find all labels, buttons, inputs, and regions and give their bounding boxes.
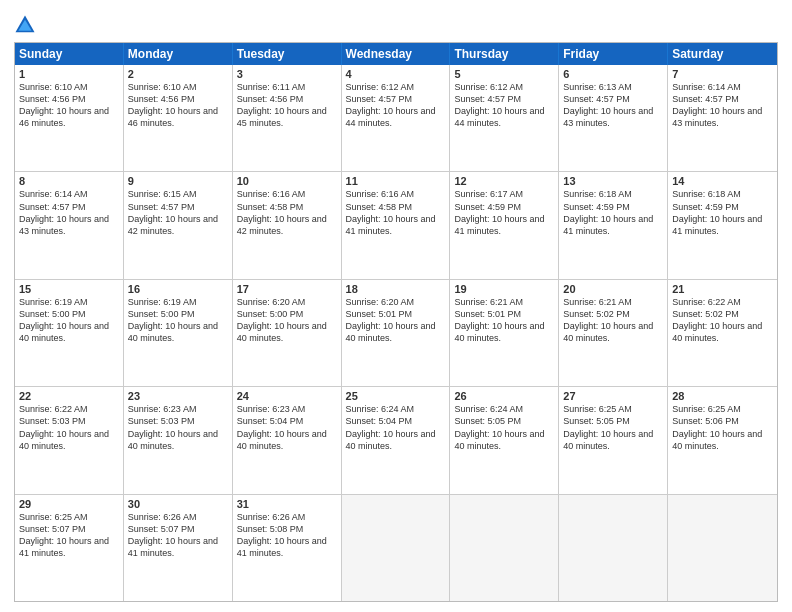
cell-text: Sunrise: 6:10 AM Sunset: 4:56 PM Dayligh… [19,81,119,130]
cal-cell-2-6: 21Sunrise: 6:22 AM Sunset: 5:02 PM Dayli… [668,280,777,386]
cal-cell-4-2: 31Sunrise: 6:26 AM Sunset: 5:08 PM Dayli… [233,495,342,601]
cal-cell-0-4: 5Sunrise: 6:12 AM Sunset: 4:57 PM Daylig… [450,65,559,171]
day-number: 3 [237,68,337,80]
cell-text: Sunrise: 6:13 AM Sunset: 4:57 PM Dayligh… [563,81,663,130]
cal-cell-0-5: 6Sunrise: 6:13 AM Sunset: 4:57 PM Daylig… [559,65,668,171]
cell-text: Sunrise: 6:16 AM Sunset: 4:58 PM Dayligh… [237,188,337,237]
cal-cell-4-4 [450,495,559,601]
calendar-week-3: 22Sunrise: 6:22 AM Sunset: 5:03 PM Dayli… [15,387,777,494]
day-number: 14 [672,175,773,187]
cell-text: Sunrise: 6:18 AM Sunset: 4:59 PM Dayligh… [563,188,663,237]
calendar-week-1: 8Sunrise: 6:14 AM Sunset: 4:57 PM Daylig… [15,172,777,279]
day-number: 21 [672,283,773,295]
day-number: 23 [128,390,228,402]
cell-text: Sunrise: 6:22 AM Sunset: 5:03 PM Dayligh… [19,403,119,452]
day-number: 1 [19,68,119,80]
header [14,10,778,36]
cell-text: Sunrise: 6:25 AM Sunset: 5:06 PM Dayligh… [672,403,773,452]
cal-cell-2-2: 17Sunrise: 6:20 AM Sunset: 5:00 PM Dayli… [233,280,342,386]
logo [14,14,40,36]
header-day-monday: Monday [124,43,233,65]
cal-cell-1-6: 14Sunrise: 6:18 AM Sunset: 4:59 PM Dayli… [668,172,777,278]
cal-cell-0-2: 3Sunrise: 6:11 AM Sunset: 4:56 PM Daylig… [233,65,342,171]
cell-text: Sunrise: 6:11 AM Sunset: 4:56 PM Dayligh… [237,81,337,130]
cal-cell-3-4: 26Sunrise: 6:24 AM Sunset: 5:05 PM Dayli… [450,387,559,493]
cell-text: Sunrise: 6:14 AM Sunset: 4:57 PM Dayligh… [19,188,119,237]
cell-text: Sunrise: 6:26 AM Sunset: 5:07 PM Dayligh… [128,511,228,560]
cal-cell-1-5: 13Sunrise: 6:18 AM Sunset: 4:59 PM Dayli… [559,172,668,278]
day-number: 6 [563,68,663,80]
cell-text: Sunrise: 6:24 AM Sunset: 5:05 PM Dayligh… [454,403,554,452]
cell-text: Sunrise: 6:20 AM Sunset: 5:00 PM Dayligh… [237,296,337,345]
cell-text: Sunrise: 6:19 AM Sunset: 5:00 PM Dayligh… [19,296,119,345]
header-day-thursday: Thursday [450,43,559,65]
cal-cell-0-0: 1Sunrise: 6:10 AM Sunset: 4:56 PM Daylig… [15,65,124,171]
cal-cell-4-0: 29Sunrise: 6:25 AM Sunset: 5:07 PM Dayli… [15,495,124,601]
cell-text: Sunrise: 6:10 AM Sunset: 4:56 PM Dayligh… [128,81,228,130]
cell-text: Sunrise: 6:25 AM Sunset: 5:05 PM Dayligh… [563,403,663,452]
day-number: 31 [237,498,337,510]
cell-text: Sunrise: 6:23 AM Sunset: 5:04 PM Dayligh… [237,403,337,452]
cell-text: Sunrise: 6:24 AM Sunset: 5:04 PM Dayligh… [346,403,446,452]
cell-text: Sunrise: 6:21 AM Sunset: 5:02 PM Dayligh… [563,296,663,345]
cal-cell-2-1: 16Sunrise: 6:19 AM Sunset: 5:00 PM Dayli… [124,280,233,386]
cal-cell-4-1: 30Sunrise: 6:26 AM Sunset: 5:07 PM Dayli… [124,495,233,601]
logo-icon [14,14,36,36]
cal-cell-0-3: 4Sunrise: 6:12 AM Sunset: 4:57 PM Daylig… [342,65,451,171]
calendar-week-4: 29Sunrise: 6:25 AM Sunset: 5:07 PM Dayli… [15,495,777,601]
page: SundayMondayTuesdayWednesdayThursdayFrid… [0,0,792,612]
calendar-week-2: 15Sunrise: 6:19 AM Sunset: 5:00 PM Dayli… [15,280,777,387]
day-number: 24 [237,390,337,402]
cell-text: Sunrise: 6:12 AM Sunset: 4:57 PM Dayligh… [346,81,446,130]
day-number: 8 [19,175,119,187]
cal-cell-3-2: 24Sunrise: 6:23 AM Sunset: 5:04 PM Dayli… [233,387,342,493]
cell-text: Sunrise: 6:17 AM Sunset: 4:59 PM Dayligh… [454,188,554,237]
cell-text: Sunrise: 6:20 AM Sunset: 5:01 PM Dayligh… [346,296,446,345]
day-number: 20 [563,283,663,295]
header-day-tuesday: Tuesday [233,43,342,65]
cell-text: Sunrise: 6:23 AM Sunset: 5:03 PM Dayligh… [128,403,228,452]
header-day-sunday: Sunday [15,43,124,65]
day-number: 26 [454,390,554,402]
day-number: 5 [454,68,554,80]
header-day-wednesday: Wednesday [342,43,451,65]
day-number: 16 [128,283,228,295]
day-number: 30 [128,498,228,510]
header-day-saturday: Saturday [668,43,777,65]
day-number: 19 [454,283,554,295]
day-number: 7 [672,68,773,80]
cell-text: Sunrise: 6:14 AM Sunset: 4:57 PM Dayligh… [672,81,773,130]
cal-cell-2-0: 15Sunrise: 6:19 AM Sunset: 5:00 PM Dayli… [15,280,124,386]
day-number: 11 [346,175,446,187]
cell-text: Sunrise: 6:26 AM Sunset: 5:08 PM Dayligh… [237,511,337,560]
cal-cell-4-6 [668,495,777,601]
cell-text: Sunrise: 6:12 AM Sunset: 4:57 PM Dayligh… [454,81,554,130]
day-number: 18 [346,283,446,295]
cal-cell-2-3: 18Sunrise: 6:20 AM Sunset: 5:01 PM Dayli… [342,280,451,386]
header-day-friday: Friday [559,43,668,65]
day-number: 9 [128,175,228,187]
day-number: 12 [454,175,554,187]
day-number: 25 [346,390,446,402]
day-number: 29 [19,498,119,510]
cal-cell-1-4: 12Sunrise: 6:17 AM Sunset: 4:59 PM Dayli… [450,172,559,278]
cal-cell-1-3: 11Sunrise: 6:16 AM Sunset: 4:58 PM Dayli… [342,172,451,278]
cal-cell-1-1: 9Sunrise: 6:15 AM Sunset: 4:57 PM Daylig… [124,172,233,278]
calendar-header: SundayMondayTuesdayWednesdayThursdayFrid… [15,43,777,65]
cell-text: Sunrise: 6:25 AM Sunset: 5:07 PM Dayligh… [19,511,119,560]
cal-cell-2-5: 20Sunrise: 6:21 AM Sunset: 5:02 PM Dayli… [559,280,668,386]
cal-cell-4-5 [559,495,668,601]
calendar-body: 1Sunrise: 6:10 AM Sunset: 4:56 PM Daylig… [15,65,777,601]
cell-text: Sunrise: 6:16 AM Sunset: 4:58 PM Dayligh… [346,188,446,237]
cal-cell-1-2: 10Sunrise: 6:16 AM Sunset: 4:58 PM Dayli… [233,172,342,278]
day-number: 17 [237,283,337,295]
cal-cell-3-3: 25Sunrise: 6:24 AM Sunset: 5:04 PM Dayli… [342,387,451,493]
cal-cell-4-3 [342,495,451,601]
cell-text: Sunrise: 6:19 AM Sunset: 5:00 PM Dayligh… [128,296,228,345]
day-number: 13 [563,175,663,187]
day-number: 15 [19,283,119,295]
day-number: 10 [237,175,337,187]
cell-text: Sunrise: 6:21 AM Sunset: 5:01 PM Dayligh… [454,296,554,345]
day-number: 22 [19,390,119,402]
cal-cell-3-1: 23Sunrise: 6:23 AM Sunset: 5:03 PM Dayli… [124,387,233,493]
